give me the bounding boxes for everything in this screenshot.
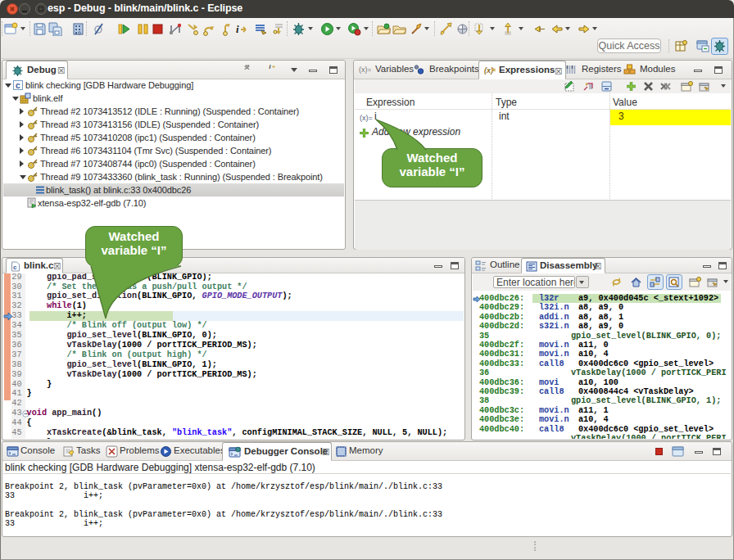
svg-text:c: c	[16, 81, 20, 90]
svg-text:c: c	[13, 264, 17, 271]
svg-text:(x)=: (x)=	[359, 65, 371, 74]
svg-text:i: i	[236, 23, 239, 35]
svg-text:(x): (x)	[484, 66, 493, 75]
svg-text:i: i	[270, 64, 271, 70]
